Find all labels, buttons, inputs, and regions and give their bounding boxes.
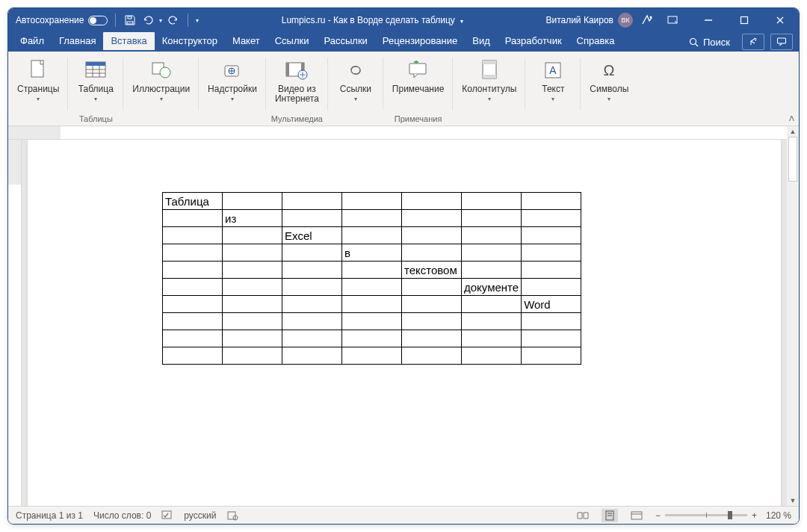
table-cell[interactable]: [223, 313, 282, 330]
save-icon[interactable]: [123, 13, 137, 27]
headerfooter-button[interactable]: Колонтитулы ▾: [457, 55, 521, 105]
table-cell[interactable]: [522, 210, 581, 227]
table-cell[interactable]: [402, 347, 462, 365]
table-cell[interactable]: [402, 227, 462, 244]
table-cell[interactable]: [462, 347, 522, 365]
table-cell[interactable]: [282, 244, 342, 262]
table-cell[interactable]: [342, 227, 402, 244]
tab-главная[interactable]: Главная: [52, 32, 103, 52]
table-cell[interactable]: [342, 193, 402, 210]
table-cell[interactable]: [223, 330, 282, 347]
account-button[interactable]: Виталий Каиров ВК: [545, 13, 633, 28]
table-cell[interactable]: [282, 210, 342, 227]
table-cell[interactable]: [282, 279, 342, 296]
pages-button[interactable]: Страницы ▾: [13, 55, 64, 105]
table-cell[interactable]: [522, 244, 581, 262]
table-cell[interactable]: [402, 279, 462, 296]
scroll-thumb[interactable]: [788, 137, 797, 182]
table-cell[interactable]: [462, 296, 522, 313]
table-cell[interactable]: [282, 347, 342, 365]
autosave-toggle[interactable]: Автосохранение: [16, 15, 108, 25]
table-cell[interactable]: [522, 279, 581, 296]
undo-icon[interactable]: [141, 13, 155, 27]
table-cell[interactable]: из: [223, 210, 282, 227]
table-cell[interactable]: [522, 262, 581, 279]
minimize-button[interactable]: [691, 8, 726, 32]
page[interactable]: ТаблицаизExcelвтекстовомдокументеWord: [28, 140, 781, 506]
table-cell[interactable]: [282, 193, 342, 210]
table-cell[interactable]: [342, 347, 402, 365]
table-cell[interactable]: [342, 279, 402, 296]
table-cell[interactable]: [163, 313, 223, 330]
table-cell[interactable]: [163, 244, 223, 262]
table-cell[interactable]: [402, 244, 462, 262]
table-cell[interactable]: текстовом: [402, 262, 462, 279]
table-cell[interactable]: [342, 262, 402, 279]
vertical-ruler[interactable]: [8, 140, 22, 506]
scroll-down-icon[interactable]: ▼: [787, 495, 799, 506]
zoom-control[interactable]: − + 120 %: [655, 510, 791, 521]
tab-справка[interactable]: Справка: [569, 32, 622, 52]
tab-разработчик[interactable]: Разработчик: [498, 32, 569, 52]
table-cell[interactable]: [522, 330, 581, 347]
page-viewport[interactable]: ТаблицаизExcelвтекстовомдокументеWord: [22, 140, 787, 506]
tab-вид[interactable]: Вид: [465, 32, 498, 52]
close-button[interactable]: [763, 8, 797, 32]
table-cell[interactable]: [223, 227, 282, 244]
spellcheck-icon[interactable]: [161, 510, 173, 521]
table-cell[interactable]: [522, 347, 581, 365]
table-cell[interactable]: [462, 193, 522, 210]
table-cell[interactable]: [223, 296, 282, 313]
table-cell[interactable]: [282, 262, 342, 279]
table-cell[interactable]: [462, 313, 522, 330]
zoom-slider[interactable]: [665, 514, 747, 516]
table-cell[interactable]: [462, 244, 522, 262]
tab-ссылки[interactable]: Ссылки: [268, 32, 317, 52]
table-cell[interactable]: [223, 279, 282, 296]
accessibility-icon[interactable]: [226, 510, 238, 521]
table-cell[interactable]: [342, 296, 402, 313]
tab-файл[interactable]: Файл: [13, 32, 52, 52]
table-cell[interactable]: [462, 227, 522, 244]
table-cell[interactable]: в: [342, 244, 402, 262]
comments-button[interactable]: [770, 34, 793, 50]
comment-button[interactable]: Примечание: [388, 55, 448, 97]
maximize-button[interactable]: [727, 8, 761, 32]
links-button[interactable]: Ссылки ▾: [333, 55, 379, 105]
table-cell[interactable]: [402, 330, 462, 347]
horizontal-ruler[interactable]: [8, 126, 787, 140]
addins-button[interactable]: Надстройки ▾: [203, 55, 262, 105]
table-cell[interactable]: [402, 296, 462, 313]
collapse-ribbon-icon[interactable]: ᐱ: [789, 114, 794, 123]
document-table[interactable]: ТаблицаизExcelвтекстовомдокументеWord: [162, 192, 581, 365]
table-cell[interactable]: [163, 330, 223, 347]
table-cell[interactable]: Excel: [282, 227, 342, 244]
table-cell[interactable]: [462, 210, 522, 227]
search-box[interactable]: Поиск: [683, 37, 736, 48]
table-cell[interactable]: [282, 330, 342, 347]
table-cell[interactable]: [163, 347, 223, 365]
web-layout-icon[interactable]: [628, 509, 645, 522]
table-cell[interactable]: [342, 210, 402, 227]
coming-soon-icon[interactable]: [640, 13, 654, 27]
table-button[interactable]: Таблица ▾: [72, 55, 119, 105]
table-cell[interactable]: [163, 296, 223, 313]
table-cell[interactable]: [163, 279, 223, 296]
read-mode-icon[interactable]: [575, 509, 591, 522]
table-cell[interactable]: [223, 244, 282, 262]
zoom-in-icon[interactable]: +: [752, 510, 757, 521]
table-cell[interactable]: Таблица: [163, 193, 223, 210]
table-cell[interactable]: [223, 193, 282, 210]
table-cell[interactable]: [462, 262, 522, 279]
symbols-button[interactable]: Ω Символы ▾: [585, 55, 633, 105]
table-cell[interactable]: [163, 210, 223, 227]
table-cell[interactable]: [402, 193, 462, 210]
table-cell[interactable]: [163, 227, 223, 244]
tab-конструктор[interactable]: Конструктор: [155, 32, 225, 52]
scroll-up-icon[interactable]: ▲: [787, 126, 799, 137]
table-cell[interactable]: [163, 262, 223, 279]
tab-рассылки[interactable]: Рассылки: [316, 32, 374, 52]
online-video-button[interactable]: Видео изИнтернета: [270, 55, 324, 107]
zoom-out-icon[interactable]: −: [655, 510, 661, 521]
table-cell[interactable]: [223, 347, 282, 365]
